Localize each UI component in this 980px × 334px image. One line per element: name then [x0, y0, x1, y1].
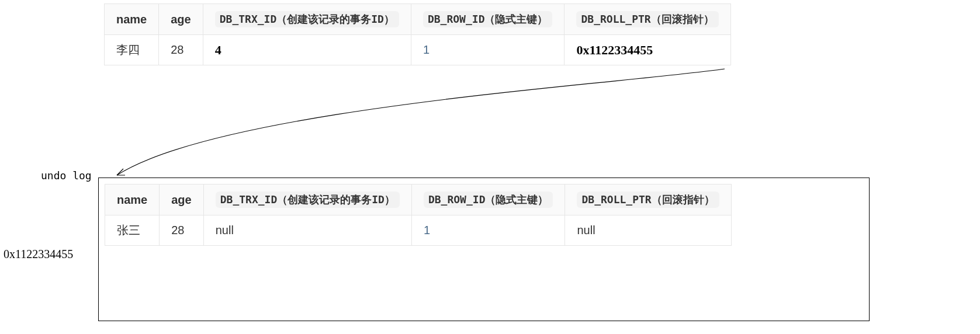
col-ptr-code: DB_ROLL_PTR（回滚指针） [577, 192, 719, 208]
col-row-code: DB_ROW_ID（隐式主键） [423, 11, 553, 27]
col-ptr: DB_ROLL_PTR（回滚指针） [565, 185, 731, 215]
cell-trx: null [203, 215, 411, 246]
undo-address-label: 0x1122334455 [4, 248, 73, 261]
col-trx: DB_TRX_ID（创建该记录的事务ID） [203, 4, 411, 35]
cell-name: 张三 [105, 215, 160, 246]
cell-age: 28 [159, 35, 203, 65]
col-name: name [105, 4, 159, 35]
col-row: DB_ROW_ID（隐式主键） [411, 4, 565, 35]
cell-ptr-value: 0x1122334455 [576, 43, 653, 57]
table-header-row: name age DB_TRX_ID（创建该记录的事务ID） DB_ROW_ID… [105, 185, 732, 215]
col-trx-code: DB_TRX_ID（创建该记录的事务ID） [215, 11, 399, 27]
table-row: 李四 28 4 1 0x1122334455 [105, 35, 731, 65]
cell-age: 28 [160, 215, 203, 246]
cell-trx-value: 4 [215, 43, 221, 57]
col-trx: DB_TRX_ID（创建该记录的事务ID） [203, 185, 411, 215]
col-ptr-code: DB_ROLL_PTR（回滚指针） [576, 11, 718, 27]
table-row: 张三 28 null 1 null [105, 215, 732, 246]
col-name: name [105, 185, 160, 215]
undo-log-label: undo log [41, 169, 92, 182]
undo-log-box: name age DB_TRX_ID（创建该记录的事务ID） DB_ROW_ID… [98, 178, 870, 321]
col-row-code: DB_ROW_ID（隐式主键） [424, 192, 553, 208]
table-header-row: name age DB_TRX_ID（创建该记录的事务ID） DB_ROW_ID… [105, 4, 731, 35]
cell-ptr: 0x1122334455 [565, 35, 730, 65]
undo-record-table: name age DB_TRX_ID（创建该记录的事务ID） DB_ROW_ID… [105, 184, 732, 246]
cell-row: 1 [411, 215, 565, 246]
col-ptr: DB_ROLL_PTR（回滚指针） [565, 4, 730, 35]
cell-ptr: null [565, 215, 731, 246]
cell-name: 李四 [105, 35, 159, 65]
col-age: age [160, 185, 203, 215]
cell-row: 1 [411, 35, 565, 65]
cell-trx: 4 [203, 35, 411, 65]
col-trx-code: DB_TRX_ID（创建该记录的事务ID） [216, 192, 400, 208]
diagram-canvas: name age DB_TRX_ID（创建该记录的事务ID） DB_ROW_ID… [0, 0, 980, 334]
col-row: DB_ROW_ID（隐式主键） [411, 185, 565, 215]
col-age: age [159, 4, 203, 35]
current-record-table: name age DB_TRX_ID（创建该记录的事务ID） DB_ROW_ID… [104, 4, 731, 65]
